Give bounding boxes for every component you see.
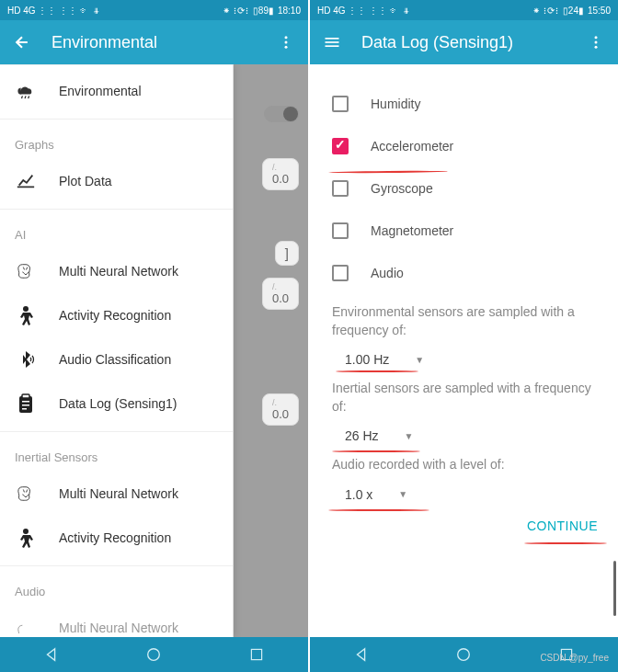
svg-rect-7 bbox=[22, 404, 29, 406]
nav-home-button[interactable] bbox=[452, 644, 475, 666]
back-button[interactable] bbox=[11, 31, 33, 53]
svg-point-15 bbox=[595, 36, 598, 39]
drawer-item-multi-neural-network-2[interactable]: Multi Neural Network bbox=[0, 472, 233, 516]
nav-back-button[interactable] bbox=[40, 644, 63, 666]
checkbox-humidity[interactable]: Humidity bbox=[332, 83, 596, 125]
app-bar: Environmental bbox=[0, 20, 308, 64]
activity-icon bbox=[15, 527, 37, 549]
clipboard-icon bbox=[15, 393, 37, 415]
status-right-icons: ⁕ ⫶⟳⫶ ▯24▮ 15:50 bbox=[532, 6, 611, 16]
drawer-scrim[interactable]: /.0.0 /.0.0 ] /.0.0 bbox=[234, 64, 308, 637]
svg-point-9 bbox=[23, 529, 29, 534]
drawer-item-activity-recognition-2[interactable]: Activity Recognition bbox=[0, 516, 233, 560]
svg-rect-13 bbox=[326, 41, 339, 43]
nav-back-button[interactable] bbox=[350, 644, 372, 666]
battery-indicator: ▯89▮ bbox=[253, 6, 274, 16]
svg-rect-11 bbox=[252, 649, 262, 659]
activity-icon bbox=[15, 304, 37, 326]
drawer-item-label: Audio Classification bbox=[59, 352, 171, 367]
checkbox-icon bbox=[332, 96, 349, 112]
drawer-item-label: Activity Recognition bbox=[59, 530, 171, 545]
status-right-icons: ⁕ ⫶⟳⫶ ▯89▮ 18:10 bbox=[223, 6, 301, 16]
env-freq-label: Environmental sensors are sampled with a… bbox=[310, 294, 618, 345]
drawer-item-label: Multi Neural Network bbox=[59, 621, 178, 635]
background-value: /.0.0 bbox=[262, 393, 299, 426]
drawer-item-cut[interactable]: Multi Neural Network bbox=[0, 606, 233, 637]
svg-point-10 bbox=[148, 649, 160, 661]
more-button[interactable] bbox=[585, 31, 607, 53]
menu-button[interactable] bbox=[321, 31, 343, 53]
section-header-graphs: Graphs bbox=[0, 125, 233, 159]
page-title: Data Log (Sensing1) bbox=[361, 33, 585, 52]
annotation-underline bbox=[524, 542, 607, 544]
checkbox-label: Humidity bbox=[371, 97, 420, 111]
svg-rect-8 bbox=[22, 408, 27, 410]
checkbox-icon-checked bbox=[332, 138, 349, 154]
section-header-ai: AI bbox=[0, 215, 233, 249]
audio-level-dropdown[interactable]: 1.0 x ▼ bbox=[310, 480, 426, 506]
checkbox-accelerometer[interactable]: Accelerometer bbox=[332, 125, 596, 167]
drawer-item-label: Activity Recognition bbox=[59, 308, 171, 323]
status-misc-icons: ⁕ ⫶⟳⫶ bbox=[223, 6, 249, 16]
drawer-item-data-log[interactable]: Data Log (Sensing1) bbox=[0, 382, 233, 426]
svg-rect-12 bbox=[326, 38, 339, 40]
svg-point-3 bbox=[23, 306, 29, 312]
brain-icon bbox=[15, 260, 37, 282]
status-left-icons: HD 4G ⋮⋮ ⋮⋮ ᯤ ⫳ bbox=[317, 6, 411, 16]
inertial-freq-dropdown[interactable]: 26 Hz ▼ bbox=[310, 421, 431, 447]
svg-point-1 bbox=[285, 41, 288, 44]
battery-indicator: ▯24▮ bbox=[563, 6, 584, 16]
drawer-item-environmental[interactable]: Environmental bbox=[0, 69, 233, 113]
scrollbar[interactable] bbox=[613, 561, 616, 616]
cloud-icon bbox=[15, 80, 37, 102]
chevron-down-icon: ▼ bbox=[415, 355, 424, 365]
chart-icon bbox=[15, 170, 37, 192]
checkbox-label: Magnetometer bbox=[371, 223, 453, 238]
nav-recents-button[interactable] bbox=[246, 644, 268, 666]
checkbox-icon bbox=[332, 222, 349, 239]
drawer-item-label: Data Log (Sensing1) bbox=[59, 396, 177, 411]
watermark: CSDN @py_free bbox=[540, 653, 609, 663]
status-bar: HD 4G ⋮⋮ ⋮⋮ ᯤ ⫳ ⁕ ⫶⟳⫶ ▯89▮ 18:10 bbox=[0, 0, 308, 20]
checkbox-icon bbox=[332, 265, 349, 281]
svg-rect-6 bbox=[22, 401, 29, 403]
phone-right: HD 4G ⋮⋮ ⋮⋮ ᯤ ⫳ ⁕ ⫶⟳⫶ ▯24▮ 15:50 Data Lo… bbox=[310, 0, 618, 672]
drawer-item-label: Multi Neural Network bbox=[59, 486, 178, 501]
status-bar: HD 4G ⋮⋮ ⋮⋮ ᯤ ⫳ ⁕ ⫶⟳⫶ ▯24▮ 15:50 bbox=[310, 0, 618, 20]
checkbox-magnetometer[interactable]: Magnetometer bbox=[332, 210, 596, 252]
drawer-item-activity-recognition[interactable]: Activity Recognition bbox=[0, 293, 233, 337]
drawer-item-plot-data[interactable]: Plot Data bbox=[0, 159, 233, 203]
brain-icon bbox=[15, 483, 37, 505]
drawer-item-multi-neural-network[interactable]: Multi Neural Network bbox=[0, 249, 233, 293]
continue-button[interactable]: CONTINUE bbox=[310, 506, 618, 542]
background-toggle bbox=[264, 106, 299, 122]
drawer-item-audio-classification[interactable]: Audio Classification bbox=[0, 337, 233, 382]
background-value: /.0.0 bbox=[262, 278, 299, 310]
app-bar: Data Log (Sensing1) bbox=[310, 20, 618, 64]
svg-point-0 bbox=[285, 36, 288, 39]
drawer-item-label: Plot Data bbox=[59, 174, 112, 188]
background-value: /.0.0 bbox=[262, 158, 299, 190]
phone-left: HD 4G ⋮⋮ ⋮⋮ ᯤ ⫳ ⁕ ⫶⟳⫶ ▯89▮ 18:10 Environ… bbox=[0, 0, 308, 672]
clock: 15:50 bbox=[588, 6, 611, 16]
nav-home-button[interactable] bbox=[143, 644, 165, 666]
section-header-inertial: Inertial Sensors bbox=[0, 438, 233, 472]
svg-rect-5 bbox=[22, 394, 29, 398]
checkbox-gyroscope[interactable]: Gyroscope bbox=[332, 167, 596, 210]
page-title: Environmental bbox=[52, 33, 275, 52]
svg-point-18 bbox=[458, 649, 470, 661]
background-bracket: ] bbox=[275, 241, 299, 266]
checkbox-icon bbox=[332, 180, 349, 197]
dropdown-value: 1.00 Hz bbox=[345, 352, 389, 367]
svg-point-2 bbox=[285, 46, 288, 49]
checkbox-audio[interactable]: Audio bbox=[332, 252, 596, 294]
more-button[interactable] bbox=[275, 31, 297, 53]
checkbox-label: Gyroscope bbox=[371, 181, 433, 196]
inertial-freq-label: Inertial sensors are sampled with a freq… bbox=[310, 370, 618, 421]
brain-icon bbox=[15, 617, 37, 637]
env-freq-dropdown[interactable]: 1.00 Hz ▼ bbox=[310, 345, 442, 370]
data-log-form: Humidity Accelerometer Gyroscope Magneto… bbox=[310, 64, 618, 637]
section-header-audio: Audio bbox=[0, 572, 233, 606]
checkbox-label: Accelerometer bbox=[371, 139, 453, 154]
drawer-item-label: Environmental bbox=[59, 84, 142, 98]
